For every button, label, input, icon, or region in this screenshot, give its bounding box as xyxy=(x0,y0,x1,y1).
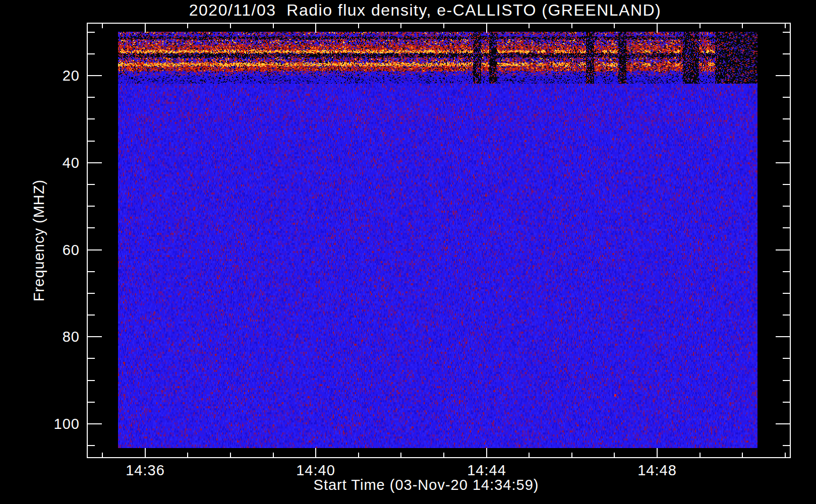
y-tick-label: 20 xyxy=(0,68,80,83)
x-major-tick xyxy=(145,448,146,457)
x-minor-tick xyxy=(230,453,231,457)
y-minor-tick xyxy=(88,141,95,142)
y-minor-tick xyxy=(88,97,95,98)
x-minor-tick xyxy=(187,453,188,457)
x-minor-tick xyxy=(742,453,743,457)
x-minor-tick xyxy=(529,453,530,457)
y-minor-tick xyxy=(88,271,95,272)
x-minor-tick xyxy=(785,453,786,457)
y-minor-tick xyxy=(783,402,790,403)
x-major-tick xyxy=(486,24,487,33)
y-minor-tick xyxy=(783,227,790,228)
x-minor-tick xyxy=(273,24,274,28)
x-major-tick xyxy=(657,448,658,457)
y-minor-tick xyxy=(88,314,95,316)
y-axis-title: Frequency (MHZ) xyxy=(31,179,47,301)
x-minor-tick xyxy=(571,24,572,28)
y-major-tick xyxy=(88,162,102,163)
y-major-tick xyxy=(776,75,790,76)
x-major-tick xyxy=(315,24,316,33)
y-minor-tick xyxy=(88,184,95,185)
y-major-tick xyxy=(88,75,102,76)
x-minor-tick xyxy=(230,24,231,28)
y-minor-tick xyxy=(783,184,790,185)
y-minor-tick xyxy=(783,358,790,359)
y-minor-tick xyxy=(783,206,790,207)
y-minor-tick xyxy=(88,227,95,228)
y-major-tick xyxy=(776,249,790,250)
x-minor-tick xyxy=(358,24,359,28)
y-major-tick xyxy=(88,336,102,337)
x-tick-label: 14:36 xyxy=(105,462,186,479)
y-tick-label: 40 xyxy=(0,155,80,170)
y-minor-tick xyxy=(783,271,790,272)
y-minor-tick xyxy=(88,206,95,207)
y-minor-tick xyxy=(88,53,95,54)
chart-title: 2020/11/03 Radio flux density, e-CALLIST… xyxy=(189,1,662,20)
y-tick-label: 80 xyxy=(0,329,80,344)
y-minor-tick xyxy=(783,53,790,54)
spectrogram-window: 2020/11/03 Radio flux density, e-CALLIST… xyxy=(0,0,816,504)
y-minor-tick xyxy=(783,118,790,119)
y-minor-tick xyxy=(88,445,95,446)
y-major-tick xyxy=(88,423,102,424)
x-minor-tick xyxy=(614,24,615,28)
y-minor-tick xyxy=(88,293,95,294)
y-minor-tick xyxy=(783,141,790,142)
x-minor-tick xyxy=(529,24,530,28)
x-minor-tick xyxy=(700,24,701,28)
y-minor-tick xyxy=(783,97,790,98)
y-major-tick xyxy=(776,423,790,424)
y-minor-tick xyxy=(88,358,95,359)
x-minor-tick xyxy=(785,24,786,28)
x-minor-tick xyxy=(358,453,359,457)
y-minor-tick xyxy=(88,380,95,381)
x-minor-tick xyxy=(443,24,444,28)
x-minor-tick xyxy=(400,24,401,28)
y-minor-tick xyxy=(783,314,790,316)
y-minor-tick xyxy=(88,402,95,403)
y-major-tick xyxy=(776,162,790,163)
y-tick-label: 100 xyxy=(0,416,80,431)
x-minor-tick xyxy=(187,24,188,28)
x-major-tick xyxy=(486,448,487,457)
y-minor-tick xyxy=(783,32,790,33)
x-minor-tick xyxy=(742,24,743,28)
x-minor-tick xyxy=(443,453,444,457)
x-minor-tick xyxy=(614,453,615,457)
x-minor-tick xyxy=(700,453,701,457)
y-major-tick xyxy=(88,249,102,250)
x-minor-tick xyxy=(102,453,103,457)
y-minor-tick xyxy=(783,293,790,294)
x-minor-tick xyxy=(102,24,103,28)
y-major-tick xyxy=(776,336,790,337)
y-minor-tick xyxy=(88,32,95,33)
x-major-tick xyxy=(315,448,316,457)
y-minor-tick xyxy=(88,118,95,119)
x-tick-label: 14:48 xyxy=(617,462,697,479)
y-minor-tick xyxy=(783,380,790,381)
x-major-tick xyxy=(657,24,658,33)
x-axis-title: Start Time (03-Nov-20 14:34:59) xyxy=(314,477,539,493)
x-major-tick xyxy=(145,24,146,33)
x-minor-tick xyxy=(273,453,274,457)
x-minor-tick xyxy=(400,453,401,457)
x-minor-tick xyxy=(571,453,572,457)
plot-frame xyxy=(87,23,791,458)
y-minor-tick xyxy=(783,445,790,446)
